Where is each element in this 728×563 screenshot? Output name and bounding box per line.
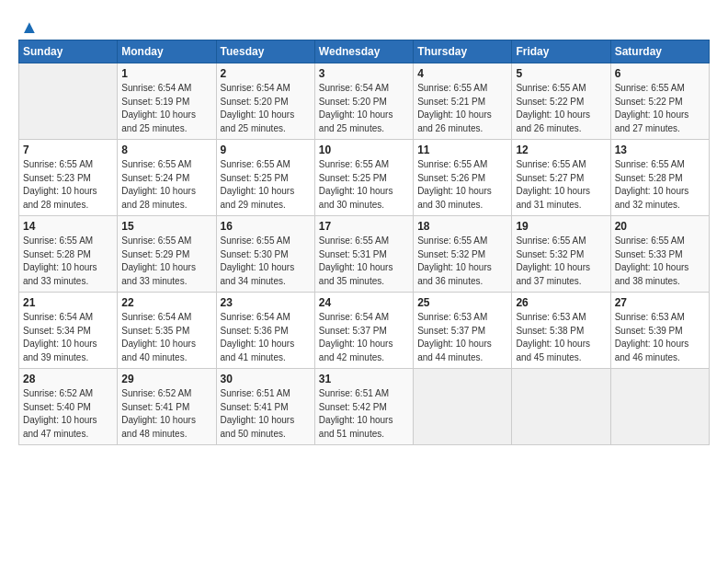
- calendar-cell: 16Sunrise: 6:55 AMSunset: 5:30 PMDayligh…: [216, 216, 314, 293]
- day-number: 3: [319, 67, 409, 80]
- header-row: SundayMondayTuesdayWednesdayThursdayFrid…: [19, 40, 710, 63]
- day-number: 8: [121, 144, 211, 156]
- calendar-cell: 30Sunrise: 6:51 AMSunset: 5:41 PMDayligh…: [216, 369, 314, 445]
- day-info: Sunrise: 6:55 AMSunset: 5:23 PMDaylight:…: [23, 158, 113, 212]
- day-header-monday: Monday: [118, 40, 216, 63]
- day-header-friday: Friday: [512, 40, 610, 63]
- calendar-cell: 7Sunrise: 6:55 AMSunset: 5:23 PMDaylight…: [19, 140, 118, 216]
- day-info: Sunrise: 6:51 AMSunset: 5:42 PMDaylight:…: [319, 387, 409, 441]
- day-number: 1: [121, 67, 211, 80]
- day-header-wednesday: Wednesday: [314, 40, 413, 63]
- calendar-cell: [414, 369, 512, 445]
- day-number: 28: [23, 373, 113, 385]
- day-info: Sunrise: 6:54 AMSunset: 5:20 PMDaylight:…: [319, 82, 409, 135]
- day-number: 6: [615, 67, 705, 80]
- day-number: 20: [615, 220, 705, 233]
- header: ▲: [18, 17, 710, 34]
- day-info: Sunrise: 6:55 AMSunset: 5:26 PMDaylight:…: [417, 158, 507, 212]
- day-info: Sunrise: 6:55 AMSunset: 5:29 PMDaylight:…: [121, 235, 211, 288]
- logo-bird-icon: ▲: [20, 17, 39, 38]
- day-info: Sunrise: 6:55 AMSunset: 5:32 PMDaylight:…: [516, 235, 606, 288]
- day-number: 27: [615, 296, 705, 309]
- calendar-cell: [610, 369, 709, 445]
- day-info: Sunrise: 6:55 AMSunset: 5:25 PMDaylight:…: [319, 158, 409, 212]
- day-number: 21: [23, 296, 113, 309]
- day-number: 2: [221, 67, 311, 80]
- calendar-cell: 8Sunrise: 6:55 AMSunset: 5:24 PMDaylight…: [118, 140, 216, 216]
- calendar-cell: 5Sunrise: 6:55 AMSunset: 5:22 PMDaylight…: [512, 63, 610, 140]
- calendar-cell: 23Sunrise: 6:54 AMSunset: 5:36 PMDayligh…: [216, 293, 314, 369]
- week-row-3: 14Sunrise: 6:55 AMSunset: 5:28 PMDayligh…: [19, 216, 710, 293]
- calendar-cell: 6Sunrise: 6:55 AMSunset: 5:22 PMDaylight…: [610, 63, 709, 140]
- day-info: Sunrise: 6:55 AMSunset: 5:28 PMDaylight:…: [615, 158, 705, 212]
- day-number: 19: [516, 220, 606, 233]
- calendar-cell: 18Sunrise: 6:55 AMSunset: 5:32 PMDayligh…: [414, 216, 512, 293]
- week-row-5: 28Sunrise: 6:52 AMSunset: 5:40 PMDayligh…: [19, 369, 710, 445]
- day-info: Sunrise: 6:52 AMSunset: 5:41 PMDaylight:…: [121, 387, 211, 441]
- day-number: 9: [221, 144, 311, 156]
- calendar-cell: 26Sunrise: 6:53 AMSunset: 5:38 PMDayligh…: [512, 293, 610, 369]
- calendar-cell: 9Sunrise: 6:55 AMSunset: 5:25 PMDaylight…: [216, 140, 314, 216]
- day-info: Sunrise: 6:55 AMSunset: 5:25 PMDaylight:…: [221, 158, 311, 212]
- week-row-1: 1Sunrise: 6:54 AMSunset: 5:19 PMDaylight…: [19, 63, 710, 140]
- day-info: Sunrise: 6:55 AMSunset: 5:33 PMDaylight:…: [615, 235, 705, 288]
- day-number: 7: [23, 144, 113, 156]
- calendar-cell: 10Sunrise: 6:55 AMSunset: 5:25 PMDayligh…: [314, 140, 413, 216]
- day-info: Sunrise: 6:53 AMSunset: 5:37 PMDaylight:…: [417, 311, 507, 364]
- day-number: 13: [615, 144, 705, 156]
- day-info: Sunrise: 6:55 AMSunset: 5:22 PMDaylight:…: [516, 82, 606, 135]
- week-row-2: 7Sunrise: 6:55 AMSunset: 5:23 PMDaylight…: [19, 140, 710, 216]
- calendar-cell: [19, 63, 118, 140]
- week-row-4: 21Sunrise: 6:54 AMSunset: 5:34 PMDayligh…: [19, 293, 710, 369]
- day-header-saturday: Saturday: [610, 40, 709, 63]
- calendar-cell: [512, 369, 610, 445]
- calendar-cell: 24Sunrise: 6:54 AMSunset: 5:37 PMDayligh…: [314, 293, 413, 369]
- day-number: 30: [221, 373, 311, 385]
- day-info: Sunrise: 6:55 AMSunset: 5:31 PMDaylight:…: [319, 235, 409, 288]
- calendar-cell: 20Sunrise: 6:55 AMSunset: 5:33 PMDayligh…: [610, 216, 709, 293]
- day-number: 12: [516, 144, 606, 156]
- day-info: Sunrise: 6:55 AMSunset: 5:22 PMDaylight:…: [615, 82, 705, 135]
- calendar-cell: 14Sunrise: 6:55 AMSunset: 5:28 PMDayligh…: [19, 216, 118, 293]
- calendar-cell: 1Sunrise: 6:54 AMSunset: 5:19 PMDaylight…: [118, 63, 216, 140]
- day-number: 24: [319, 296, 409, 309]
- calendar-cell: 29Sunrise: 6:52 AMSunset: 5:41 PMDayligh…: [118, 369, 216, 445]
- day-info: Sunrise: 6:54 AMSunset: 5:36 PMDaylight:…: [221, 311, 311, 364]
- calendar-cell: 21Sunrise: 6:54 AMSunset: 5:34 PMDayligh…: [19, 293, 118, 369]
- day-number: 11: [417, 144, 507, 156]
- day-info: Sunrise: 6:54 AMSunset: 5:20 PMDaylight:…: [221, 82, 311, 135]
- day-info: Sunrise: 6:54 AMSunset: 5:35 PMDaylight:…: [121, 311, 211, 364]
- calendar-cell: 15Sunrise: 6:55 AMSunset: 5:29 PMDayligh…: [118, 216, 216, 293]
- day-info: Sunrise: 6:54 AMSunset: 5:34 PMDaylight:…: [23, 311, 113, 364]
- day-number: 18: [417, 220, 507, 233]
- calendar-cell: 22Sunrise: 6:54 AMSunset: 5:35 PMDayligh…: [118, 293, 216, 369]
- day-number: 14: [23, 220, 113, 233]
- calendar-cell: 27Sunrise: 6:53 AMSunset: 5:39 PMDayligh…: [610, 293, 709, 369]
- calendar-cell: 3Sunrise: 6:54 AMSunset: 5:20 PMDaylight…: [314, 63, 413, 140]
- day-number: 25: [417, 296, 507, 309]
- day-number: 16: [221, 220, 311, 233]
- day-number: 10: [319, 144, 409, 156]
- calendar-cell: 4Sunrise: 6:55 AMSunset: 5:21 PMDaylight…: [414, 63, 512, 140]
- calendar-cell: 17Sunrise: 6:55 AMSunset: 5:31 PMDayligh…: [314, 216, 413, 293]
- calendar-cell: 11Sunrise: 6:55 AMSunset: 5:26 PMDayligh…: [414, 140, 512, 216]
- day-info: Sunrise: 6:55 AMSunset: 5:28 PMDaylight:…: [23, 235, 113, 288]
- day-header-thursday: Thursday: [414, 40, 512, 63]
- day-info: Sunrise: 6:55 AMSunset: 5:32 PMDaylight:…: [417, 235, 507, 288]
- day-info: Sunrise: 6:54 AMSunset: 5:19 PMDaylight:…: [121, 82, 211, 135]
- day-number: 31: [319, 373, 409, 385]
- day-number: 29: [121, 373, 211, 385]
- day-header-tuesday: Tuesday: [216, 40, 314, 63]
- day-info: Sunrise: 6:55 AMSunset: 5:21 PMDaylight:…: [417, 82, 507, 135]
- day-number: 4: [417, 67, 507, 80]
- day-number: 5: [516, 67, 606, 80]
- day-number: 23: [221, 296, 311, 309]
- day-number: 22: [121, 296, 211, 309]
- calendar-table: SundayMondayTuesdayWednesdayThursdayFrid…: [18, 40, 710, 445]
- day-info: Sunrise: 6:55 AMSunset: 5:24 PMDaylight:…: [121, 158, 211, 212]
- calendar-cell: 19Sunrise: 6:55 AMSunset: 5:32 PMDayligh…: [512, 216, 610, 293]
- day-header-sunday: Sunday: [19, 40, 118, 63]
- day-info: Sunrise: 6:51 AMSunset: 5:41 PMDaylight:…: [221, 387, 311, 441]
- day-number: 15: [121, 220, 211, 233]
- calendar-cell: 25Sunrise: 6:53 AMSunset: 5:37 PMDayligh…: [414, 293, 512, 369]
